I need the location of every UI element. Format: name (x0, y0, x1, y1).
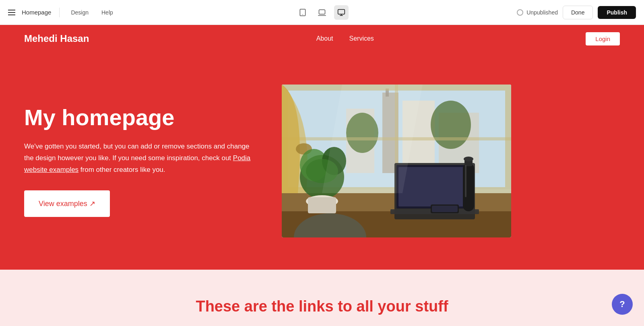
hero-description: We've gotten you started, but you can ad… (24, 141, 258, 176)
nav-services[interactable]: Services (349, 35, 374, 42)
unpublished-circle-icon (517, 9, 523, 16)
hero-section: My homepage We've gotten you started, bu… (0, 52, 644, 270)
topbar-divider (59, 8, 60, 17)
svg-rect-0 (300, 9, 305, 16)
unpublished-label: Unpublished (526, 9, 558, 16)
svg-rect-3 (338, 9, 345, 14)
view-examples-button[interactable]: View examples ↗ (24, 190, 110, 217)
tablet-device-button[interactable] (295, 5, 310, 20)
nav-about[interactable]: About (316, 35, 333, 42)
laptop-device-button[interactable] (315, 5, 329, 20)
svg-rect-28 (308, 197, 336, 213)
svg-point-1 (302, 14, 303, 15)
topbar-help[interactable]: Help (98, 8, 116, 17)
hero-image (282, 85, 511, 237)
website-preview: Mehedi Hasan About Services Login My hom… (0, 25, 644, 326)
svg-rect-32 (465, 165, 466, 197)
hero-content: My homepage We've gotten you started, bu… (24, 105, 258, 217)
links-section: These are the links to all your stuff Li… (0, 270, 644, 326)
site-navigation: Mehedi Hasan About Services Login (0, 25, 644, 52)
topbar: Homepage Design Help (0, 0, 644, 25)
desktop-device-button[interactable] (334, 5, 349, 20)
login-button[interactable]: Login (586, 32, 620, 45)
done-button[interactable]: Done (563, 6, 593, 19)
topbar-left: Homepage Design Help (8, 8, 116, 17)
hero-title: My homepage (24, 105, 258, 130)
hero-desc-text1: We've gotten you started, but you can ad… (24, 142, 250, 162)
device-switcher (295, 5, 349, 20)
svg-rect-34 (432, 206, 458, 212)
svg-rect-21 (398, 167, 471, 206)
site-logo: Mehedi Hasan (24, 33, 89, 44)
svg-rect-29 (463, 163, 474, 211)
help-button[interactable]: ? (612, 294, 633, 315)
hamburger-menu-icon[interactable] (8, 10, 15, 15)
publish-button[interactable]: Publish (598, 6, 636, 19)
svg-point-12 (431, 101, 471, 149)
topbar-right: Unpublished Done Publish (517, 6, 636, 19)
unpublished-status: Unpublished (517, 9, 558, 16)
topbar-design[interactable]: Design (68, 8, 92, 17)
hero-desc-text2: from other creators like you. (78, 166, 165, 173)
links-title: These are the links to all your stuff (24, 298, 620, 315)
site-name: Homepage (22, 9, 51, 16)
site-nav-links: About Services (316, 35, 374, 42)
svg-rect-2 (319, 10, 325, 14)
svg-point-31 (464, 157, 473, 161)
